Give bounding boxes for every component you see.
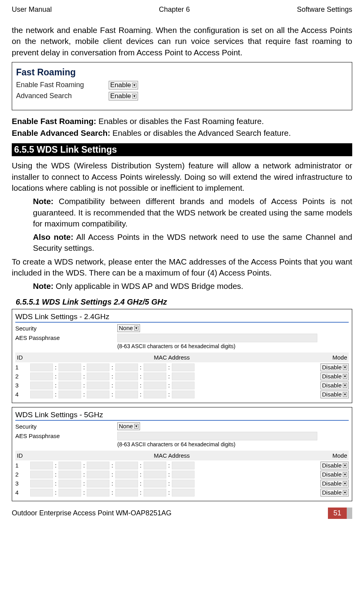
mac-octet-input[interactable] [30, 363, 53, 371]
mac-separator: : [139, 373, 143, 380]
enable-fast-roaming-select[interactable]: Enable ▾ [109, 81, 138, 89]
mac-octet-input[interactable] [87, 462, 109, 469]
mac-octet-input[interactable] [172, 382, 195, 389]
mac-octet-input[interactable] [115, 471, 138, 478]
wds-5-security-value: None [119, 423, 133, 429]
mac-octet-input[interactable] [115, 391, 138, 398]
note-modes: Note: Only applicable in WDS AP and WDS … [33, 281, 352, 292]
wds-entry-id: 2 [15, 471, 30, 478]
header-center: Chapter 6 [159, 5, 190, 14]
mac-octet-input[interactable] [87, 391, 109, 398]
mac-octet-input[interactable] [172, 363, 195, 371]
wds-5-aes-input[interactable] [117, 432, 317, 440]
mac-octet-input[interactable] [115, 363, 138, 371]
col-mac: MAC Address [32, 354, 312, 361]
footer-grey-block [347, 508, 352, 519]
mac-octet-input[interactable] [144, 462, 166, 469]
mac-octet-input[interactable] [144, 391, 166, 398]
chevron-down-icon: ▾ [134, 326, 138, 330]
section-655-heading: 6.5.5 WDS Link Settings [12, 143, 352, 156]
mac-address-cell: ::::: [30, 363, 195, 371]
mac-octet-input[interactable] [30, 471, 53, 478]
mac-address-cell: ::::: [30, 489, 195, 497]
wds-5-security-select[interactable]: None ▾ [117, 422, 140, 430]
wds-mode-select[interactable]: Disable▾ [320, 363, 349, 371]
mac-octet-input[interactable] [30, 382, 53, 389]
mac-octet-input[interactable] [115, 480, 138, 487]
mac-octet-input[interactable] [30, 489, 53, 497]
wds-mode-select[interactable]: Disable▾ [320, 489, 349, 497]
advanced-search-select[interactable]: Enable ▾ [109, 92, 138, 100]
mac-octet-input[interactable] [87, 489, 109, 497]
mac-separator: : [54, 391, 58, 398]
mac-octet-input[interactable] [172, 489, 195, 497]
wds-mode-select[interactable]: Disable▾ [320, 391, 349, 398]
wds-entry-id: 1 [15, 364, 30, 371]
mac-octet-input[interactable] [144, 471, 166, 478]
wds-mode-value: Disable [322, 364, 342, 371]
mac-octet-input[interactable] [30, 372, 53, 380]
wds-mode-select[interactable]: Disable▾ [320, 471, 349, 478]
note2-bold: Also note: [33, 232, 73, 241]
mac-octet-input[interactable] [115, 462, 138, 469]
mac-octet-input[interactable] [144, 489, 166, 497]
note3-text: Only applicable in WDS AP and WDS Bridge… [53, 281, 243, 290]
wds-entry-row: 1:::::Disable▾ [15, 462, 349, 469]
mac-octet-input[interactable] [172, 391, 195, 398]
mac-separator: : [139, 382, 143, 389]
mac-address-cell: ::::: [30, 471, 195, 478]
mac-octet-input[interactable] [58, 391, 81, 398]
mac-separator: : [167, 382, 171, 389]
enable-fast-roaming-value: Enable [110, 81, 131, 89]
mac-separator: : [54, 373, 58, 380]
mac-octet-input[interactable] [172, 372, 195, 380]
wds-mode-select[interactable]: Disable▾ [320, 382, 349, 389]
wds-24-security-select[interactable]: None ▾ [117, 324, 140, 332]
wds-24ghz-panel: WDS Link Settings - 2.4GHz Security None… [12, 309, 352, 403]
mac-octet-input[interactable] [58, 471, 81, 478]
mac-octet-input[interactable] [115, 382, 138, 389]
mac-octet-input[interactable] [172, 462, 195, 469]
mac-octet-input[interactable] [87, 372, 109, 380]
mac-octet-input[interactable] [144, 363, 166, 371]
wds-intro: Using the WDS (Wireless Distribution Sys… [12, 160, 352, 194]
mac-octet-input[interactable] [115, 372, 138, 380]
mac-separator: : [110, 364, 114, 371]
page-footer: Outdoor Enterprise Access Point WM-OAP82… [12, 508, 352, 519]
mac-octet-input[interactable] [30, 391, 53, 398]
mac-octet-input[interactable] [58, 480, 81, 487]
mac-separator: : [139, 471, 143, 478]
mac-octet-input[interactable] [58, 462, 81, 469]
mac-octet-input[interactable] [87, 471, 109, 478]
mac-octet-input[interactable] [30, 480, 53, 487]
mac-octet-input[interactable] [58, 372, 81, 380]
wds-5-rule [15, 420, 349, 421]
mac-octet-input[interactable] [58, 489, 81, 497]
mac-octet-input[interactable] [172, 471, 195, 478]
mac-octet-input[interactable] [87, 480, 109, 487]
mac-octet-input[interactable] [144, 480, 166, 487]
mac-separator: : [167, 462, 171, 469]
mac-octet-input[interactable] [87, 363, 109, 371]
mac-octet-input[interactable] [115, 489, 138, 497]
page-header: User Manual Chapter 6 Software Settings [12, 5, 352, 14]
mac-separator: : [82, 489, 86, 496]
mac-octet-input[interactable] [58, 363, 81, 371]
chevron-down-icon: ▾ [132, 83, 136, 88]
mac-octet-input[interactable] [87, 382, 109, 389]
wds-24-aes-input[interactable] [117, 334, 317, 342]
footer-product: Outdoor Enterprise Access Point WM-OAP82… [12, 509, 328, 517]
mac-octet-input[interactable] [144, 372, 166, 380]
wds-mode-select[interactable]: Disable▾ [320, 372, 349, 380]
mac-octet-input[interactable] [144, 382, 166, 389]
wds-24-title: WDS Link Settings - 2.4GHz [15, 312, 349, 321]
mac-octet-input[interactable] [30, 462, 53, 469]
wds-entry-row: 3:::::Disable▾ [15, 382, 349, 389]
wds-mode-value: Disable [322, 480, 342, 487]
wds-mode-select[interactable]: Disable▾ [320, 480, 349, 487]
mac-octet-input[interactable] [58, 382, 81, 389]
chevron-down-icon: ▾ [343, 374, 347, 379]
wds-mode-select[interactable]: Disable▾ [320, 462, 349, 469]
chevron-down-icon: ▾ [343, 392, 347, 397]
mac-octet-input[interactable] [172, 480, 195, 487]
